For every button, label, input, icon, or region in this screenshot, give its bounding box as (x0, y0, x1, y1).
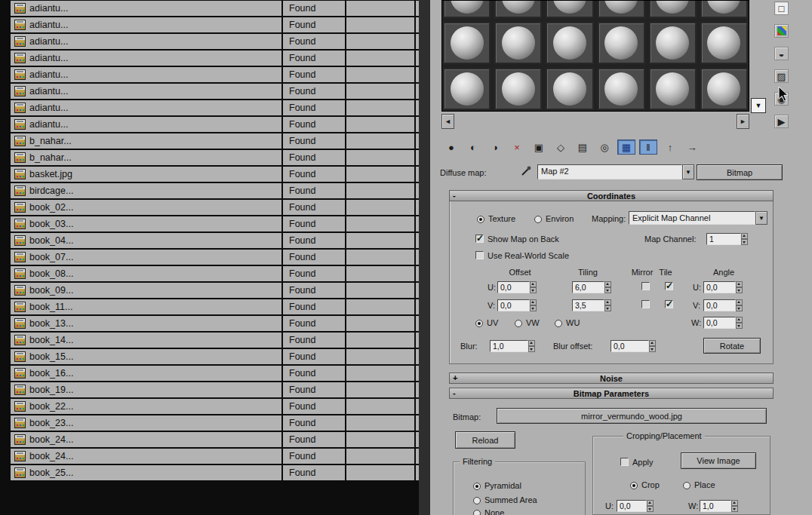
table-row[interactable]: book_09...Found (0, 283, 419, 299)
map-type-button[interactable]: Bitmap (697, 164, 783, 180)
spinner-value[interactable]: 0,0 (703, 281, 736, 293)
table-row[interactable]: adiantu...Found (0, 117, 419, 133)
uv-radio[interactable] (475, 320, 483, 327)
spin-down-icon[interactable] (649, 346, 656, 352)
spin-down-icon[interactable] (647, 506, 654, 512)
rotate-button[interactable]: Rotate (703, 338, 761, 354)
show-end-result-icon[interactable]: ‖ (639, 139, 657, 155)
table-row[interactable]: adiantu...Found (0, 84, 419, 100)
sample-slot[interactable] (443, 22, 491, 64)
table-row[interactable]: book_02...Found (0, 200, 419, 216)
view-image-button[interactable]: View Image (681, 452, 756, 469)
sample-slot[interactable] (598, 0, 645, 18)
table-row[interactable]: book_24...Found (0, 449, 419, 465)
map-name-dropdown[interactable]: Map #2 ▼ (537, 164, 694, 179)
sample-slot[interactable] (649, 68, 697, 110)
summed-area-radio[interactable] (473, 497, 481, 504)
sample-slot[interactable] (494, 68, 542, 110)
table-row[interactable]: book_19...Found (0, 382, 419, 399)
spin-up-icon[interactable] (647, 500, 654, 506)
table-row[interactable]: adiantu...Found (0, 1, 419, 17)
spin-up-icon[interactable] (741, 233, 748, 239)
make-preview-icon[interactable]: ▶ (774, 115, 789, 128)
table-row[interactable]: book_16...Found (0, 366, 419, 382)
sample-slot[interactable] (700, 0, 748, 18)
table-row[interactable]: adiantu...Found (0, 67, 419, 84)
use-real-world-scale-checkbox[interactable] (475, 251, 484, 259)
table-row[interactable]: basket.jpgFound (0, 167, 419, 183)
table-row[interactable]: book_25...Found (0, 465, 419, 482)
table-row[interactable]: book_08...Found (0, 266, 419, 283)
spin-down-icon[interactable] (736, 287, 743, 293)
spinner-value[interactable]: 3,5 (572, 299, 604, 311)
v-offset-spinner[interactable]: 0,0 (497, 299, 537, 311)
map-channel-spinner[interactable]: 1 (706, 233, 748, 245)
table-row[interactable]: book_07...Found (0, 250, 419, 266)
blur-offset-spinner[interactable]: 0,0 (611, 340, 656, 352)
sample-slot[interactable] (546, 0, 593, 18)
spin-up-icon[interactable] (736, 317, 743, 323)
material-id-channel-icon[interactable]: ◎ (595, 139, 614, 155)
spin-down-icon[interactable] (736, 323, 743, 329)
table-row[interactable]: book_03...Found (0, 216, 419, 233)
put-to-library-icon[interactable]: ▤ (574, 139, 592, 155)
sample-slot[interactable] (649, 0, 697, 18)
table-row[interactable]: b_nahar...Found (0, 133, 419, 150)
spin-down-icon[interactable] (530, 287, 537, 293)
sample-slot[interactable] (546, 68, 593, 110)
spinner-arrows[interactable] (741, 233, 748, 245)
table-row[interactable]: book_14...Found (0, 333, 419, 349)
expand-icon[interactable]: + (453, 373, 457, 382)
v-mirror-checkbox[interactable] (641, 300, 650, 308)
u-tiling-spinner[interactable]: 6,0 (572, 281, 611, 293)
spin-down-icon[interactable] (604, 287, 611, 293)
u-mirror-checkbox[interactable] (641, 282, 650, 290)
collapse-icon[interactable]: - (453, 388, 456, 397)
sample-slot[interactable] (443, 0, 491, 18)
dropdown-arrow-icon[interactable]: ▼ (755, 211, 767, 225)
spinner-value[interactable]: 0,0 (703, 317, 736, 329)
spinner-arrows[interactable] (528, 340, 535, 352)
v-tiling-spinner[interactable]: 3,5 (572, 299, 611, 311)
spinner-arrows[interactable] (604, 299, 611, 311)
v-angle-spinner[interactable]: 0,0 (703, 299, 743, 311)
table-row[interactable]: book_13...Found (0, 316, 419, 333)
sample-slot[interactable] (494, 0, 542, 18)
texture-radio[interactable] (477, 216, 484, 223)
table-row[interactable]: book_04...Found (0, 233, 419, 250)
spin-up-icon[interactable] (649, 340, 656, 346)
go-forward-to-sibling-icon[interactable]: → (683, 139, 701, 155)
bitmap-path-button[interactable]: mirror_vermundo_wood.jpg (497, 408, 767, 424)
spin-down-icon[interactable] (736, 305, 743, 311)
spinner-value[interactable]: 1 (706, 233, 741, 245)
sample-slot[interactable] (494, 22, 542, 64)
crop-w-spinner[interactable]: 1,0 (700, 500, 738, 512)
spin-down-icon[interactable] (731, 506, 738, 512)
spin-down-icon[interactable] (741, 239, 748, 245)
spinner-arrows[interactable] (530, 299, 537, 311)
spinner-arrows[interactable] (731, 500, 738, 512)
table-row[interactable]: b_nahar...Found (0, 150, 419, 167)
spinner-value[interactable]: 1,0 (490, 340, 528, 352)
spinner-value[interactable]: 0,0 (611, 340, 649, 352)
slots-scroll-right-button[interactable]: ► (737, 114, 749, 129)
spinner-arrows[interactable] (736, 299, 743, 311)
table-row[interactable]: book_24...Found (0, 432, 419, 449)
slots-dropdown-button[interactable]: ▼ (751, 98, 766, 113)
table-row[interactable]: book_11...Found (0, 299, 419, 316)
environ-radio[interactable] (534, 216, 542, 223)
u-offset-spinner[interactable]: 0,0 (497, 281, 537, 293)
spinner-arrows[interactable] (530, 281, 537, 293)
go-to-parent-icon[interactable]: ↑ (661, 139, 679, 155)
put-material-to-scene-icon[interactable]: ◐ (464, 139, 482, 155)
spin-down-icon[interactable] (604, 305, 611, 311)
sample-slot[interactable] (700, 68, 748, 110)
u-angle-spinner[interactable]: 0,0 (703, 281, 743, 293)
show-map-on-back-checkbox[interactable] (475, 235, 484, 243)
table-row[interactable]: book_22...Found (0, 399, 419, 415)
spinner-arrows[interactable] (736, 317, 743, 329)
show-map-in-viewport-icon[interactable]: ▦ (617, 139, 635, 155)
vw-radio[interactable] (515, 320, 522, 327)
table-row[interactable]: adiantu...Found (0, 51, 419, 67)
table-row[interactable]: adiantu...Found (0, 34, 419, 51)
